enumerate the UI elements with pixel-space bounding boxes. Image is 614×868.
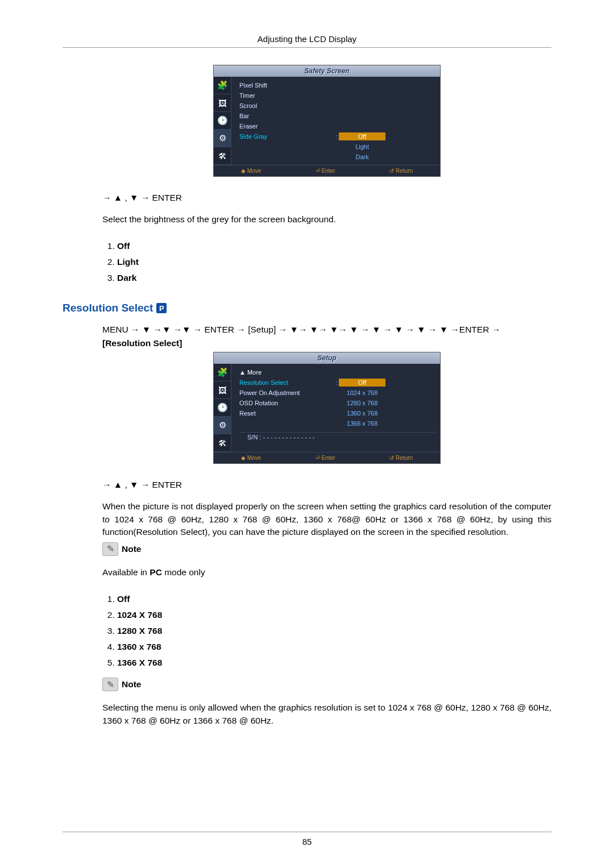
list-item: 1280 X 768 <box>117 623 551 639</box>
osd-value: Light <box>339 143 385 151</box>
pc-mode-badge-icon: P <box>156 303 167 313</box>
osd-footer: ◆ Move ⏎ Enter ↺ Return <box>214 165 440 176</box>
osd-item: Power On Adjustment <box>239 389 336 396</box>
clock-icon: 🕑 <box>214 112 231 130</box>
osd-footer-enter: ⏎ Enter <box>316 455 335 461</box>
osd-item-selected: Side Gray <box>239 133 336 140</box>
gear-icon: ⚙ <box>214 130 231 147</box>
osd-item: Eraser <box>239 123 336 130</box>
osd-value: Dark <box>339 153 385 161</box>
osd-item: OSD Rotation <box>239 400 336 406</box>
osd-item-selected: Resolution Select <box>239 379 336 386</box>
paragraph: Available in PC mode only <box>102 566 551 579</box>
osd-footer-return: ↺ Return <box>389 455 413 461</box>
list-item: Light <box>117 254 551 270</box>
note-icon: ✎ <box>102 542 118 556</box>
paragraph: When the picture is not displayed proper… <box>102 500 551 538</box>
list-item: 1360 x 768 <box>117 639 551 655</box>
puzzle-icon: 🧩 <box>214 364 231 381</box>
list-item: Off <box>117 238 551 254</box>
section-heading-resolution-select: Resolution Select P <box>63 302 551 314</box>
note: ✎ Note <box>102 542 551 556</box>
clock-icon: 🕑 <box>214 399 231 417</box>
list-item: Dark <box>117 270 551 286</box>
tools-icon: 🛠 <box>214 147 231 165</box>
osd-value: 1366 x 768 <box>339 420 385 427</box>
tools-icon: 🛠 <box>214 434 231 452</box>
osd-footer: ◆ Move ⏎ Enter ↺ Return <box>214 452 440 463</box>
nav-instruction: → ▲ , ▼ → ENTER <box>102 193 551 203</box>
osd-value-selected: Off <box>339 379 385 387</box>
osd-value-selected: Off <box>339 132 385 140</box>
page-number: 85 <box>0 832 614 846</box>
osd-item: Bar <box>239 113 336 119</box>
note: ✎ Note <box>102 678 551 691</box>
puzzle-icon: 🧩 <box>214 77 231 94</box>
osd-sidebar: 🧩 🖼 🕑 ⚙ 🛠 <box>214 364 231 452</box>
nav-instruction: → ▲ , ▼ → ENTER <box>102 480 551 490</box>
page-header: Adjusting the LCD Display <box>63 34 551 48</box>
osd-setup: Setup 🧩 🖼 🕑 ⚙ 🛠 ▲ More Resolution Select… <box>213 352 441 464</box>
osd-value: 1360 x 768 <box>339 409 385 417</box>
osd-footer-move: ◆ Move <box>241 455 261 461</box>
list-item: Off <box>117 591 551 607</box>
menu-path: MENU → ▼ →▼ →▼ → ENTER → [Setup] → ▼→ ▼→… <box>102 325 551 335</box>
serial-number: S/N : - - - - - - - - - - - - - - <box>239 432 435 442</box>
osd-item-more: ▲ More <box>239 369 336 376</box>
picture-icon: 🖼 <box>214 381 231 399</box>
osd-value: 1280 x 768 <box>339 399 385 407</box>
menu-path-target: [Resolution Select] <box>102 338 551 348</box>
osd-title: Setup <box>214 352 440 364</box>
paragraph: Selecting the menu is only allowed when … <box>102 701 551 727</box>
osd-title: Safety Screen <box>214 65 440 77</box>
osd-item: Pixel Shift <box>239 82 336 89</box>
osd-item: Scrool <box>239 102 336 109</box>
options-list: Off Light Dark <box>102 238 551 286</box>
osd-value: 1024 x 768 <box>339 389 385 397</box>
osd-sidebar: 🧩 🖼 🕑 ⚙ 🛠 <box>214 77 231 165</box>
osd-footer-return: ↺ Return <box>389 168 413 174</box>
osd-item: Timer <box>239 92 336 99</box>
list-item: 1366 X 768 <box>117 655 551 671</box>
picture-icon: 🖼 <box>214 94 231 112</box>
osd-footer-move: ◆ Move <box>241 168 261 174</box>
osd-safety-screen: Safety Screen 🧩 🖼 🕑 ⚙ 🛠 Pixel Shift Time… <box>213 65 441 177</box>
note-icon: ✎ <box>102 678 118 691</box>
list-item: 1024 X 768 <box>117 607 551 623</box>
osd-item: Reset <box>239 410 336 417</box>
osd-footer-enter: ⏎ Enter <box>316 168 335 174</box>
gear-icon: ⚙ <box>214 417 231 434</box>
paragraph: Select the brightness of the grey for th… <box>102 213 551 226</box>
options-list: Off 1024 X 768 1280 X 768 1360 x 768 136… <box>102 591 551 671</box>
